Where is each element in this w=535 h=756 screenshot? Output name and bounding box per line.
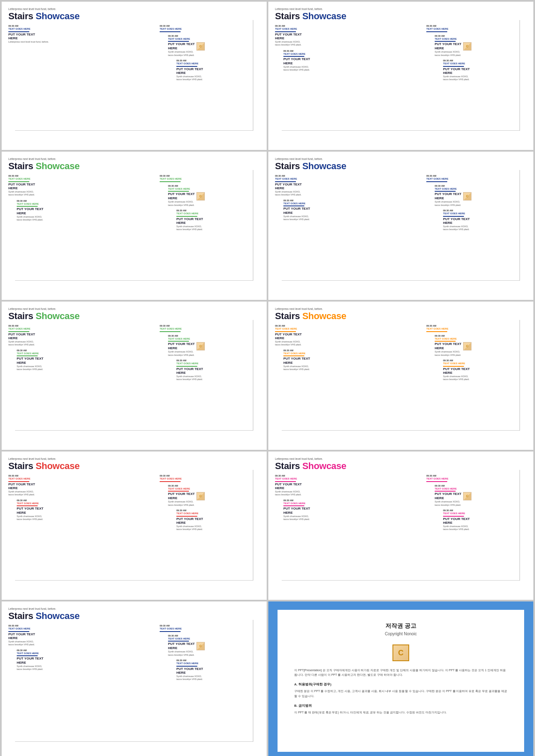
pyt-1-2c: PUT YOUR TEXTHERE [435, 42, 461, 50]
tgh-2-1a: TEXT GOES HERE [8, 178, 150, 180]
body-2-2a: Synth chartreuse XOXO,tacos brooklyn VHS… [275, 190, 416, 197]
time-2-2d: 09:30 AM [435, 185, 527, 188]
time-4-2a: 09:30 AM [275, 474, 416, 477]
tgh-3-2c: TEXT GOES HERE [426, 327, 527, 330]
time-4-1c: 09:30 AM [160, 474, 260, 477]
time-3-1b: 09:30 AM [17, 349, 150, 352]
time-3-2d: 09:30 AM [435, 335, 527, 337]
title-plain-3-1: Stairs [8, 311, 33, 321]
panel-5-1: Letterpress next level trust fund, befor… [2, 601, 267, 756]
pyt-4-1a: PUT YOUR TEXTHERE [8, 482, 150, 490]
pyt-3-1d: PUT YOUR TEXTHERE [176, 367, 260, 375]
title-highlight-3-2: Showcase [302, 311, 346, 321]
copyright-body-2: 구매한 분은 이 PPT 를 수정하고, 개인 사용, 고객사 결과물 사용, … [294, 689, 507, 698]
tgh-4-2e: TEXT GOES HERE [443, 512, 527, 515]
small-label-5-1: Letterpress next level trust fund, befor… [8, 607, 260, 610]
time-3-2c: 09:30 AM [426, 325, 527, 327]
copyright-body-1: 이 PPT[Presentation] 은 오직 구매자에게만 사용이 허가된 … [294, 668, 507, 677]
copyright-section-2: A. 허용범위(구매한 경우) 구매한 분은 이 PPT 를 수정하고, 개인 … [294, 682, 507, 698]
time-1a: 09:30 AM [8, 25, 49, 28]
time-5-1c: 09:30 AM [160, 624, 260, 627]
pyt-5-1b: PUT YOUR TEXTHERE [17, 657, 150, 665]
copyright-subtitle: Copyright Nonoic [294, 632, 507, 636]
time-4-2b: 09:30 AM [283, 499, 416, 502]
showcase-title-3-1: Stairs Showcase [8, 311, 260, 321]
showcase-title-2-1: Stairs Showcase [8, 161, 260, 171]
time-1-2d: 09:30 AM [435, 35, 527, 38]
tgh-1d: TEXT GOES HERE [176, 62, 260, 65]
tgh-2-1d: TEXT GOES HERE [168, 188, 260, 190]
tgh-4-2d: TEXT GOES HERE [435, 487, 527, 490]
copyright-logo: C [392, 644, 409, 661]
small-label-3-1: Letterpress next level trust fund, befor… [8, 307, 260, 310]
showcase-title-5-1: Stairs Showcase [8, 611, 260, 621]
title-plain-5-1: Stairs [8, 611, 33, 621]
tgh-2-1e: TEXT GOES HERE [176, 212, 260, 215]
title-plain-3-2: Stairs [275, 311, 300, 321]
body-3-1d: Synth chartreuse XOXO,tacos brooklyn VHS… [176, 375, 260, 381]
tgh-3-2b: TEXT GOES HERE [283, 352, 416, 355]
pyt-3-2c: PUT YOUR TEXTHERE [435, 342, 461, 350]
pyt-1b: PUT YOUR TEXTHERE [168, 42, 195, 50]
time-4-1e: 09:30 AM [176, 509, 260, 512]
copyright-logo-letter: C [398, 649, 404, 657]
body-4-2c: Synth chartreuse XOXO,tacos brooklyn VHS… [435, 500, 527, 507]
title-highlight-4-1: Showcase [36, 461, 79, 471]
pyt-4-1c: PUT YOUR TEXTHERE [168, 492, 195, 500]
panel-4-2: Letterpress next level trust fund, befor… [268, 452, 533, 600]
tgh-4-2b: TEXT GOES HERE [283, 502, 416, 505]
tgh-1-2b: TEXT GOES HERE [283, 53, 416, 56]
small-label-1: Letterpress next level trust fund, befor… [8, 8, 260, 10]
pyt-5-1d: PUT YOUR TEXTHERE [176, 667, 260, 675]
body-4-1a: Synth chartreuse XOXO,tacos brooklyn VHS… [8, 490, 150, 497]
pyt-5-1a: PUT YOUR TEXTHERE [8, 632, 150, 640]
time-4-1a: 09:30 AM [8, 474, 150, 477]
time-3-1a: 09:30 AM [8, 325, 150, 327]
pyt-3-1c: PUT YOUR TEXTHERE [168, 342, 195, 350]
body-5-1d: Synth chartreuse XOXO,tacos brooklyn VHS… [176, 675, 260, 681]
time-1d: 09:30 AM [176, 59, 260, 62]
tgh-2-2a: TEXT GOES HERE [275, 178, 416, 180]
time-2-1b: 09:30 AM [17, 200, 150, 203]
tgh-1-2c: TEXT GOES HERE [426, 28, 527, 30]
time-4-1d: 09:30 AM [168, 485, 260, 487]
tgh-4-2c: TEXT GOES HERE [426, 477, 527, 480]
pyt-1-2d: PUT YOUR TEXTHERE [443, 67, 527, 75]
tgh-1c: TEXT GOES HERE [168, 38, 260, 41]
copyright-body-3: 이 PPT 를 재 판매(유료 혹은 무료) 하거나, 타인에게 제공, 공유 … [294, 710, 507, 715]
showcase-title-2-2: Stairs Showcase [275, 161, 527, 171]
time-4-2e: 09:30 AM [443, 509, 527, 512]
tgh-1-2e: TEXT GOES HERE [443, 62, 527, 65]
time-4-2d: 09:30 AM [435, 485, 527, 487]
tgh-5-1e: TEXT GOES HERE [176, 662, 260, 665]
pyt-1c: PUT YOUR TEXTHERE [176, 67, 260, 75]
body-1a: Letterpress next level trust fund, befor… [8, 41, 49, 44]
tgh-2-2c: TEXT GOES HERE [426, 178, 527, 180]
tgh-2-1b: TEXT GOES HERE [17, 203, 150, 205]
time-1-2b: 09:30 AM [283, 50, 416, 53]
pyt-2-1b: PUT YOUR TEXTHERE [17, 207, 150, 215]
tgh-2-2b: TEXT GOES HERE [283, 202, 416, 205]
panel-3-2: Letterpress next level trust fund, befor… [268, 302, 533, 450]
body-1-2a: Synth chartreuse XOXO,tacos brooklyn VHS… [275, 41, 416, 47]
title-highlight-5-1: Showcase [36, 611, 79, 621]
pyt-2-1a: PUT YOUR TEXTHERE [8, 183, 150, 190]
title-highlight-3-1: Showcase [36, 311, 79, 321]
time-2-2b: 09:30 AM [283, 199, 416, 202]
pyt-3-2a: PUT YOUR TEXTHERE [275, 332, 416, 340]
title-plain-1-2: Stairs [275, 11, 300, 21]
body-3-2a: Synth chartreuse XOXO,tacos brooklyn VHS… [275, 340, 416, 347]
body-3-2b: Synth chartreuse XOXO,tacos brooklyn VHS… [283, 365, 416, 371]
pyt-2-2d: PUT YOUR TEXTHERE [443, 217, 527, 225]
showcase-title-1-2: Stairs Showcase [275, 11, 527, 21]
panel-copyright: 저작권 공고 Copyright Nonoic C 이 PPT[Presenta… [268, 601, 533, 756]
pyt-3-1a: PUT YOUR TEXTHERE [8, 332, 150, 340]
tgh-4-1b: TEXT GOES HERE [17, 502, 150, 505]
time-2-1d: 09:30 AM [168, 185, 260, 188]
tgh-1-2d: TEXT GOES HERE [435, 38, 527, 41]
pyt-1a: PUT YOUR TEXTHERE [8, 33, 49, 41]
title-highlight-1-2: Showcase [302, 11, 346, 21]
copyright-title: 저작권 공고 [294, 622, 507, 630]
pyt-1-2a: PUT YOUR TEXTHERE [275, 33, 416, 41]
tgh-3-2a: TEXT GOES HERE [275, 327, 416, 330]
